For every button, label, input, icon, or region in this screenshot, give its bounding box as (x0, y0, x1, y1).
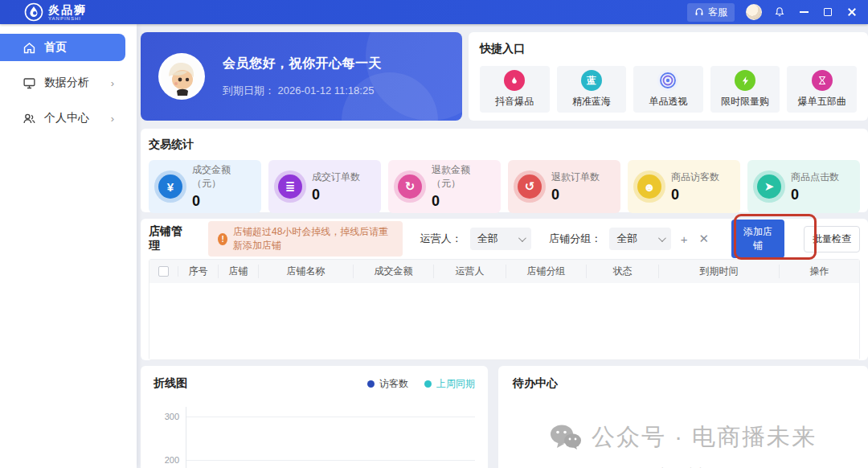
stat-card-refund-amount: ↻ 退款金额（元） 0 (388, 160, 501, 213)
stat-value: 0 (551, 187, 600, 203)
stat-card-deal-orders: ≣ 成交订单数 0 (268, 160, 381, 213)
sidebar-item-label: 首页 (44, 40, 67, 55)
gridline (186, 417, 475, 417)
greeting-text: 会员您好，祝你开心每一天 (223, 55, 382, 72)
column-header-expiry-time: 到期时间 (659, 265, 780, 278)
sidebar-item-data-analysis[interactable]: 数据分析 › (0, 69, 125, 96)
app-window: 炎品狮 YANPINSHI 客服 (0, 0, 868, 468)
stat-value: 0 (671, 187, 719, 203)
stat-value: 0 (791, 187, 839, 203)
quick-item-five-steps[interactable]: 爆单五部曲 (787, 66, 857, 113)
member-avatar (158, 53, 205, 100)
stat-label: 商品访客数 (671, 170, 719, 184)
column-header-index: 序号 (178, 265, 219, 278)
store-group-selected-value: 全部 (616, 232, 637, 246)
store-table-header: 序号 店铺 店铺名称 成交金额 运营人 店铺分组 状态 到期时间 操作 (149, 260, 859, 283)
lan-badge-icon: 蓝 (581, 70, 602, 91)
window-minimize-button[interactable] (797, 6, 810, 18)
sidebar-item-personal-center[interactable]: 个人中心 › (0, 105, 125, 132)
legend-last-week[interactable]: 上周同期 (424, 377, 475, 391)
gridline (186, 460, 475, 461)
stat-label: 成交金额（元） (192, 163, 252, 191)
stat-value: 0 (432, 193, 491, 210)
chevron-right-icon: › (111, 77, 114, 89)
store-table: 序号 店铺 店铺名称 成交金额 运营人 店铺分组 状态 到期时间 操作 (149, 259, 860, 360)
chevron-down-icon (658, 234, 666, 242)
quick-item-label: 限时限量购 (721, 95, 769, 109)
support-button[interactable]: 客服 (687, 3, 735, 22)
stat-label: 成交订单数 (312, 170, 360, 184)
brand-subtitle: YANPINSHI (48, 16, 87, 21)
quick-item-label: 抖音爆品 (495, 95, 534, 109)
add-store-button[interactable]: 添加店铺 (731, 220, 784, 258)
add-group-icon[interactable]: + (679, 232, 690, 246)
column-header-deal-amount: 成交金额 (354, 265, 434, 278)
minimize-icon (800, 11, 809, 13)
hourglass-icon (812, 70, 833, 91)
select-all-checkbox[interactable] (158, 266, 169, 277)
stat-label: 退款订单数 (551, 170, 600, 184)
y-axis-line (186, 407, 186, 468)
store-title: 店铺管理 (149, 224, 184, 253)
refund-icon: ↻ (398, 174, 422, 199)
store-group-select[interactable]: 全部 (609, 228, 670, 250)
maximize-icon (824, 8, 832, 16)
stat-value: 0 (312, 187, 360, 203)
window-maximize-button[interactable] (821, 6, 834, 18)
chart-legend: 访客数 上周同期 (367, 377, 475, 391)
monitor-icon (23, 76, 36, 90)
legend-label: 访客数 (379, 377, 408, 391)
stat-value: 0 (192, 193, 252, 210)
todo-panel: 待办中心 公众号 · 电商播未来 暂无待办 (498, 366, 868, 468)
chart-title: 折线图 (154, 376, 187, 391)
batch-check-button[interactable]: 批量检查 (804, 226, 860, 252)
operator-select[interactable]: 全部 (470, 228, 531, 250)
expiry-date-text: 到期日期： 2026-01-12 11:18:25 (223, 84, 382, 98)
column-header-store: 店铺 (219, 265, 259, 278)
quick-item-douyin-hot[interactable]: 抖音爆品 (480, 66, 550, 113)
notification-bell-icon[interactable] (773, 6, 786, 18)
flame-icon (504, 70, 525, 91)
window-close-button[interactable] (845, 6, 858, 18)
order-list-icon: ≣ (278, 174, 302, 199)
column-header-actions: 操作 (780, 265, 859, 278)
store-management-panel: 店铺管理 ! 店铺超过48小时会掉线，掉线后请重新添加店铺 运营人： 全部 店铺… (141, 219, 868, 360)
drop-logo-icon (24, 2, 43, 22)
y-axis-tick: 300 (154, 412, 179, 421)
refund-order-icon: ↺ (518, 174, 542, 199)
stat-card-refund-orders: ↺ 退款订单数 0 (508, 160, 620, 213)
quick-item-limited-buy[interactable]: 限时限量购 (710, 66, 780, 113)
todo-title: 待办中心 (513, 376, 854, 391)
legend-dot-icon (424, 380, 432, 388)
quick-item-label: 单品透视 (649, 95, 687, 109)
quick-item-blue-ocean[interactable]: 蓝 精准蓝海 (557, 66, 627, 113)
yen-icon: ¥ (158, 174, 182, 199)
sidebar-item-home[interactable]: 首页 (0, 34, 125, 61)
welcome-banner: 会员您好，祝你开心每一天 到期日期： 2026-01-12 11:18:25 (141, 32, 462, 121)
sidebar-item-label: 数据分析 (44, 76, 89, 90)
stat-card-deal-amount: ¥ 成交金额（元） 0 (149, 160, 261, 213)
legend-visitors[interactable]: 访客数 (367, 377, 408, 391)
home-icon (23, 41, 36, 55)
quick-item-product-xray[interactable]: 单品透视 (633, 66, 703, 113)
chart-plot-area: 300 200 (154, 402, 475, 466)
support-label: 客服 (708, 6, 727, 19)
quick-item-label: 精准蓝海 (572, 95, 611, 109)
operator-label: 运营人： (420, 232, 462, 246)
quick-entry-title: 快捷入口 (480, 42, 857, 56)
y-axis-tick: 200 (154, 455, 179, 465)
warning-text: 店铺超过48小时会掉线，掉线后请重新添加店铺 (233, 225, 393, 252)
watermark: 公众号 · 电商播未来 (513, 421, 854, 454)
lightning-icon (735, 70, 755, 91)
user-avatar[interactable] (746, 4, 762, 20)
cartoon-avatar-image (161, 55, 203, 97)
remove-group-icon[interactable]: ✕ (698, 232, 711, 246)
chevron-right-icon: › (111, 113, 114, 125)
quick-entry-panel: 快捷入口 抖音爆品 蓝 精准蓝海 单品透 (469, 32, 868, 121)
line-chart-panel: 折线图 访客数 上周同期 300 200 (141, 366, 488, 468)
column-header-status: 状态 (587, 265, 659, 278)
column-header-store-group: 店铺分组 (506, 265, 587, 278)
brand-logo: 炎品狮 YANPINSHI (24, 2, 87, 22)
stat-label: 商品点击数 (791, 170, 839, 184)
headset-icon (694, 7, 704, 17)
